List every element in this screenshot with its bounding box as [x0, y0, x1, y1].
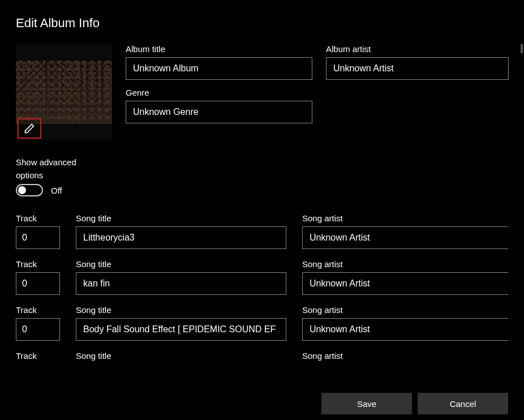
album-artist-input[interactable] [326, 57, 509, 80]
advanced-options-toggle[interactable] [16, 184, 43, 196]
genre-input[interactable] [126, 101, 312, 123]
track-number-label: Track [16, 305, 60, 315]
song-title-input[interactable] [76, 272, 286, 295]
cancel-button[interactable]: Cancel [418, 393, 508, 414]
song-artist-input[interactable] [302, 272, 508, 295]
song-title-label: Song title [76, 213, 286, 223]
song-artist-input[interactable] [302, 226, 508, 249]
scrollbar[interactable] [521, 44, 523, 53]
edit-album-art-button[interactable] [18, 118, 41, 139]
song-artist-label: Song artist [302, 351, 508, 361]
genre-field: Genre [126, 88, 312, 123]
song-title-label: Song title [76, 305, 286, 315]
toggle-thumb [18, 186, 26, 194]
song-title-input[interactable] [76, 226, 286, 249]
tracks-list: Track Song title Song artist Track Song … [16, 213, 508, 367]
album-title-input[interactable] [126, 57, 312, 80]
track-number-input[interactable] [16, 318, 60, 341]
album-info-section: Album title Genre Album artist [16, 44, 508, 140]
track-number-input[interactable] [16, 226, 60, 249]
song-title-input[interactable] [76, 318, 286, 341]
album-art-container [16, 44, 112, 140]
track-row: Track Song title Song artist [16, 213, 508, 249]
song-title-label: Song title [76, 259, 286, 269]
dialog-title: Edit Album Info [16, 16, 508, 31]
dialog-actions: Save Cancel [321, 393, 508, 414]
track-row: Track Song title Song artist [16, 351, 508, 364]
song-artist-label: Song artist [302, 259, 508, 269]
album-title-label: Album title [126, 44, 312, 54]
album-artist-column: Album artist [326, 44, 509, 140]
track-number-input[interactable] [16, 272, 60, 295]
song-title-label: Song title [76, 351, 286, 361]
album-artist-field: Album artist [326, 44, 509, 80]
advanced-options-section: Show advanced options Off [16, 156, 508, 196]
advanced-toggle-row: Off [16, 184, 508, 196]
track-number-label: Track [16, 213, 60, 223]
track-number-label: Track [16, 259, 60, 269]
genre-label: Genre [126, 88, 312, 97]
pencil-icon [24, 123, 35, 134]
song-artist-label: Song artist [302, 213, 508, 223]
song-artist-input[interactable] [302, 318, 508, 341]
advanced-options-label: Show advanced options [16, 156, 84, 182]
album-title-field: Album title [126, 44, 312, 80]
album-title-genre-column: Album title Genre [126, 44, 312, 140]
save-button[interactable]: Save [321, 393, 412, 414]
album-artist-label: Album artist [326, 44, 509, 54]
album-art [16, 61, 112, 124]
track-row: Track Song title Song artist [16, 259, 508, 295]
track-row: Track Song title Song artist [16, 305, 508, 341]
song-artist-label: Song artist [302, 305, 508, 315]
track-number-label: Track [16, 351, 60, 361]
advanced-toggle-state: Off [51, 186, 62, 195]
